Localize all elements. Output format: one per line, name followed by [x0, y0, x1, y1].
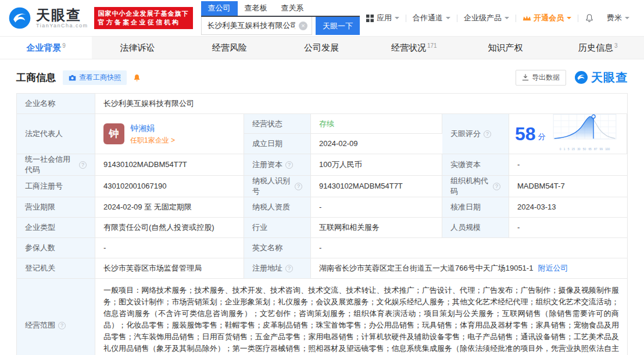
paid-capital-value: - [509, 154, 627, 175]
search-tab-relation[interactable]: 查关系 [274, 1, 311, 16]
logo-subtitle: TianYanCha.com [36, 23, 88, 29]
nearby-companies-link[interactable]: 附近公司 [538, 263, 568, 274]
label-text: 注册地址 [252, 263, 282, 274]
score-label-text: 天眼评分 [450, 129, 481, 139]
chevron-down-icon [395, 17, 399, 22]
nav-cooperation-label: 合作通道 [413, 13, 443, 23]
company-section-tabs: 企业背景9 法律诉讼 经营风险 公司发展 经营状况171 知识产权 历史信息3 [0, 36, 644, 59]
help-icon[interactable] [493, 183, 500, 190]
camera-icon [69, 74, 76, 81]
score-unit: 分 [538, 132, 546, 142]
username: 费米 [607, 13, 622, 23]
insured-count-value: - [95, 238, 244, 258]
badge-line1: 国家中小企业发展子基金旗下 [98, 9, 189, 18]
nav-apps[interactable]: 应用 [360, 13, 406, 23]
tab-label: 经营状况 [391, 42, 426, 54]
site-header: 天眼查 TianYanCha.com 国家中小企业发展子基金旗下 官方备案企业征… [0, 0, 644, 36]
legal-rep-avatar[interactable]: 钟 [103, 123, 124, 144]
export-button-label: 导出数据 [532, 73, 560, 83]
tab-label: 公司发展 [304, 42, 339, 54]
search-tab-boss[interactable]: 查老板 [238, 1, 274, 16]
table-row: 经营范围 一般项目：网络技术服务；技术服务、技术开发、技术咨询、技术交流、技术转… [17, 279, 627, 355]
help-icon[interactable] [295, 183, 302, 190]
chevron-down-icon [505, 17, 509, 22]
help-icon[interactable] [285, 161, 293, 169]
business-term-value: 2024-02-09 至 无固定期限 [95, 197, 244, 217]
monitor-bell-icon[interactable] [133, 73, 141, 82]
search-button[interactable]: 天眼一下 [316, 17, 360, 35]
nav-open-membership[interactable]: 开通会员 [516, 13, 578, 23]
reg-capital-value: 100万人民币 [311, 154, 442, 175]
address-label: 注册地址 [244, 258, 311, 278]
search-tabs: 查公司 查老板 查关系 [201, 1, 360, 17]
user-menu[interactable]: 费米 [600, 13, 636, 23]
score-distribution-chart: 01 515 3050 6587 99100 [553, 114, 617, 154]
address-cell: 湖南省长沙市芙蓉区定王台街道五一大道766号中天广场19051-1 附近公司 [311, 258, 627, 278]
legal-rep-tenure-link[interactable]: 任职1家企业 > [130, 135, 175, 145]
search-tab-company[interactable]: 查公司 [201, 1, 238, 16]
tab-label: 企业背景 [26, 42, 61, 54]
nav-cooperation[interactable]: 合作通道 [406, 13, 457, 23]
taxpayer-quality-value: - [311, 197, 442, 217]
company-name-value: 长沙利美互娱科技有限公司 [95, 94, 627, 113]
view-business-snapshot-button[interactable]: 查看工商快照 [63, 70, 127, 85]
export-data-button[interactable]: 导出数据 [516, 70, 566, 86]
nav-enterprise-products[interactable]: 企业级产品 [457, 13, 516, 23]
help-icon[interactable] [285, 265, 293, 272]
tab-enterprise-background[interactable]: 企业背景9 [0, 37, 92, 59]
app-grid-icon [366, 15, 374, 22]
tab-label: 历史信息 [578, 42, 613, 54]
tab-count: 171 [427, 42, 437, 49]
score-value: 58 [515, 125, 536, 143]
business-scope-value: 一般项目：网络技术服务；技术服务、技术开发、技术咨询、技术交流、技术转让、技术推… [95, 279, 627, 355]
credit-code-value: 91430102MADBM54T7T [95, 154, 244, 175]
tab-intellectual-property[interactable]: 知识产权 [460, 37, 552, 59]
label-text: 统一社会信用代码 [25, 154, 76, 175]
watermark-text: 天眼查 [591, 70, 628, 86]
tianyancha-logo[interactable]: 天眼查 TianYanCha.com [8, 6, 88, 30]
help-icon[interactable] [58, 322, 66, 329]
search-input[interactable] [201, 17, 312, 35]
help-icon[interactable] [79, 161, 87, 169]
business-scope-label: 经营范围 [17, 279, 95, 355]
help-icon[interactable] [484, 130, 491, 138]
section-title: 工商信息 [16, 71, 56, 84]
header-nav: 应用 合作通道 企业级产品 开通会员 费米 [360, 13, 636, 23]
insured-count-label: 参保人数 [17, 238, 95, 258]
tianyancha-swirl-icon [574, 70, 588, 84]
table-row: 参保人数 - 英文名称 - [17, 238, 627, 258]
tab-operating-status[interactable]: 经营状况171 [368, 37, 460, 59]
label-text: 注册资本 [252, 159, 282, 170]
tab-operating-risk[interactable]: 经营风险 [184, 37, 276, 59]
label-text: 组织机构代码 [450, 176, 490, 197]
bell-icon [585, 13, 594, 23]
company-type-value: 有限责任公司(自然人投资或控股) [95, 218, 244, 237]
company-name-label: 企业名称 [17, 94, 95, 113]
score-cell: 58 分 [509, 114, 627, 154]
credit-code-label: 统一社会信用代码 [17, 154, 95, 175]
industry-value: 互联网和相关服务 [311, 218, 442, 237]
tab-company-development[interactable]: 公司发展 [276, 37, 368, 59]
badge-line2: 官方备案企业征信机构 [98, 18, 189, 27]
score-chart-axis-ticks: 01 515 3050 6587 99100 [559, 144, 610, 152]
notifications-bell[interactable] [578, 13, 600, 23]
crown-icon [523, 15, 531, 22]
legal-rep-name-link[interactable]: 钟湘娟 [130, 123, 175, 133]
tianyancha-watermark-logo: 天眼查 [574, 70, 628, 86]
tab-history-info[interactable]: 历史信息3 [552, 37, 644, 59]
nav-membership-label: 开通会员 [534, 13, 564, 23]
label-text: 纳税人识别号 [252, 176, 292, 197]
chevron-down-icon [567, 17, 571, 22]
company-type-label: 企业类型 [17, 218, 95, 237]
tab-legal-proceedings[interactable]: 法律诉讼 [92, 37, 184, 59]
official-credit-badge: 国家中小企业发展子基金旗下 官方备案企业征信机构 [94, 7, 193, 29]
org-code-value: MADBM54T-7 [509, 176, 627, 197]
registry-value: 长沙市芙蓉区市场监督管理局 [95, 258, 244, 278]
tianyancha-swirl-icon [8, 6, 31, 30]
tab-label: 知识产权 [488, 42, 523, 54]
clear-search-icon[interactable] [299, 22, 307, 30]
table-row: 企业类型 有限责任公司(自然人投资或控股) 行业 互联网和相关服务 人员规模 - [17, 218, 627, 238]
staff-size-value: - [509, 218, 627, 237]
chevron-down-icon [625, 17, 629, 22]
legal-rep-cell: 钟 钟湘娟 任职1家企业 > [95, 114, 244, 154]
